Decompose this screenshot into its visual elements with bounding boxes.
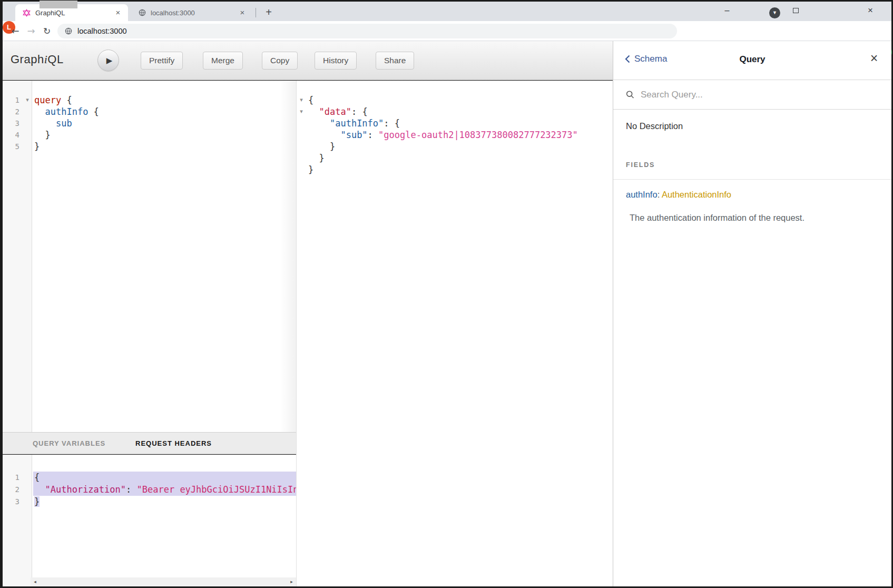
- browser-toolbar: ← → ↻ localhost:3000 P Tp L Aktualisiere…: [3, 21, 891, 41]
- globe-icon: [65, 27, 72, 35]
- doc-no-description: No Description: [626, 121, 683, 131]
- secondary-editor-tabbar: QUERY VARIABLES REQUEST HEADERS: [3, 432, 296, 454]
- doc-field-row: authInfo: AuthenticationInfo: [626, 190, 731, 200]
- forward-button[interactable]: →: [24, 24, 38, 38]
- fold-arrow-icon[interactable]: ▾: [297, 106, 306, 117]
- fold-arrow-icon[interactable]: ▾: [297, 94, 306, 106]
- doc-explorer-header: Schema Query ×: [613, 41, 891, 80]
- code-line: "authInfo": {: [297, 117, 613, 129]
- field-description: The authentication information of the re…: [630, 213, 804, 223]
- doc-explorer-panel: Schema Query × No Description FIELDS aut…: [613, 41, 891, 586]
- line-number: 3: [3, 496, 23, 508]
- doc-search-input[interactable]: [641, 90, 879, 100]
- code-line: 2 authInfo {: [3, 106, 296, 117]
- result-viewer: ▾{▾ "data": { "authInfo": { "sub": "goog…: [296, 81, 613, 586]
- code-line: 2 "Authorization": "Bearer eyJhbGciOiJSU…: [3, 484, 296, 496]
- window-maximize-button[interactable]: [783, 2, 808, 19]
- request-headers-editor[interactable]: 1{2 "Authorization": "Bearer eyJhbGciOiJ…: [3, 455, 296, 586]
- play-icon: ▶: [106, 56, 113, 65]
- fold-spacer: [23, 496, 32, 508]
- back-button[interactable]: ←: [8, 24, 23, 38]
- graphiql-toolbar: GraphiQL ▶ Prettify Merge Copy History S…: [3, 41, 613, 80]
- code-line: 3 sub: [3, 117, 296, 129]
- code-line: "sub": "google-oauth2|108377380082777232…: [297, 129, 613, 141]
- merge-button[interactable]: Merge: [203, 52, 243, 70]
- fold-spacer: [23, 472, 32, 484]
- search-icon: [626, 90, 634, 99]
- line-number: 4: [3, 129, 23, 141]
- graphiql-logo: GraphiQL: [11, 53, 64, 66]
- window-minimize-button[interactable]: –: [715, 2, 739, 19]
- line-number: 1: [3, 472, 23, 484]
- graphql-favicon-icon: [23, 9, 31, 17]
- fold-spacer: [297, 117, 306, 129]
- code-line: }: [297, 152, 613, 164]
- doc-close-button[interactable]: ×: [866, 51, 882, 66]
- code-line: 3}: [3, 496, 296, 508]
- tab-request-headers[interactable]: REQUEST HEADERS: [135, 439, 212, 447]
- line-number: 2: [3, 484, 23, 496]
- tab-title: localhost:3000: [151, 9, 238, 17]
- doc-search-row: [613, 80, 891, 110]
- scrollbar-thumb[interactable]: [40, 1, 77, 8]
- scroll-right-arrow-icon[interactable]: ▸: [287, 577, 296, 586]
- tab-divider: [256, 8, 256, 17]
- tab-query-variables[interactable]: QUERY VARIABLES: [33, 439, 105, 447]
- doc-fields-heading: FIELDS: [626, 161, 655, 169]
- doc-title: Query: [613, 54, 891, 65]
- execute-query-button[interactable]: ▶: [97, 50, 119, 71]
- field-type-link[interactable]: AuthenticationInfo: [662, 190, 731, 199]
- maximize-icon: [793, 8, 799, 13]
- doc-divider: [613, 179, 891, 180]
- line-number: 3: [3, 117, 23, 129]
- url-text: localhost:3000: [77, 27, 127, 35]
- fold-spacer: [23, 117, 32, 129]
- tab-close-icon[interactable]: ×: [238, 8, 247, 17]
- chrome-chevron-chip-icon[interactable]: ▼: [769, 7, 780, 18]
- window-close-button[interactable]: ×: [858, 2, 882, 19]
- reload-button[interactable]: ↻: [40, 24, 54, 38]
- scroll-left-arrow-icon[interactable]: ◂: [31, 577, 40, 586]
- fold-spacer: [23, 484, 32, 496]
- prettify-button[interactable]: Prettify: [141, 52, 183, 70]
- fold-arrow-icon[interactable]: ▾: [23, 94, 32, 106]
- fold-spacer: [297, 164, 306, 175]
- code-line: 1{: [3, 472, 296, 484]
- history-button[interactable]: History: [315, 52, 357, 70]
- code-line: }: [297, 141, 613, 152]
- line-number: 1: [3, 94, 23, 106]
- horizontal-scrollbar[interactable]: ◂ ▸: [31, 577, 296, 586]
- share-button[interactable]: Share: [376, 52, 414, 70]
- code-line: ▾ "data": {: [297, 106, 613, 117]
- code-line: 5}: [3, 141, 296, 152]
- globe-icon: [139, 9, 146, 16]
- code-line: ▾{: [297, 94, 613, 106]
- fold-spacer: [297, 152, 306, 164]
- query-editor[interactable]: 1▾query {2 authInfo {3 sub4 }5}: [3, 81, 296, 432]
- line-number: 5: [3, 141, 23, 152]
- line-number: 2: [3, 106, 23, 117]
- tab-title: GraphiQL: [35, 9, 113, 17]
- address-bar[interactable]: localhost:3000: [57, 24, 677, 38]
- new-tab-button[interactable]: +: [262, 6, 276, 19]
- code-line: 4 }: [3, 129, 296, 141]
- fold-spacer: [297, 129, 306, 141]
- fold-spacer: [23, 106, 32, 117]
- fold-spacer: [23, 141, 32, 152]
- tab-localhost[interactable]: localhost:3000 ×: [131, 4, 252, 21]
- code-line: }: [297, 164, 613, 175]
- field-name-link[interactable]: authInfo: [626, 190, 658, 199]
- fold-spacer: [23, 129, 32, 141]
- code-line: 1▾query {: [3, 94, 296, 106]
- text-selection: [33, 472, 296, 484]
- tab-close-icon[interactable]: ×: [113, 8, 123, 17]
- browser-tab-strip: GraphiQL × localhost:3000 × + ▼ – ×: [3, 2, 891, 21]
- copy-button[interactable]: Copy: [262, 52, 298, 70]
- fold-spacer: [297, 141, 306, 152]
